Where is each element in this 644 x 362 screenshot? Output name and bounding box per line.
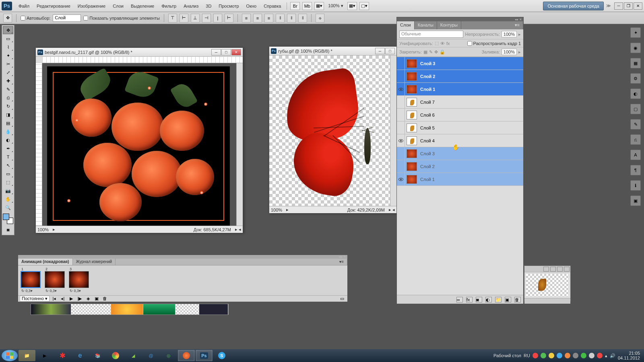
layer-row[interactable]: Слой 5: [397, 121, 523, 134]
lock-transparent-icon[interactable]: ▦: [423, 49, 427, 55]
language-indicator[interactable]: RU: [524, 353, 530, 358]
frame-thumbnail[interactable]: [21, 271, 41, 288]
distribute-bottom-icon[interactable]: ≡: [264, 14, 273, 23]
styles-panel-icon[interactable]: ⚙: [630, 73, 641, 84]
minimize-button[interactable]: ─: [614, 2, 623, 10]
desktop-label[interactable]: Рабочий стол: [493, 353, 521, 358]
layer-row[interactable]: Слой 3: [397, 147, 523, 160]
layer-name[interactable]: Слой 5: [420, 125, 435, 130]
layer-row[interactable]: Слой 6: [397, 109, 523, 121]
layer-name[interactable]: Слой 1: [420, 177, 435, 182]
layer-row[interactable]: Слой 4: [397, 134, 523, 147]
mini-icon-4[interactable]: [564, 267, 570, 272]
maximize-button[interactable]: ❐: [624, 2, 633, 10]
frame-delay[interactable]: ↻ 0,3▾: [69, 288, 91, 294]
document-window-2[interactable]: Ps губы.gif @ 100% (RGB/8) * ─ □ 100%: [269, 46, 397, 213]
doc2-scroll-v[interactable]: [390, 56, 396, 206]
doc2-titlebar[interactable]: Ps губы.gif @ 100% (RGB/8) * ─ □: [269, 47, 396, 56]
layer-name[interactable]: Слой 1: [420, 87, 435, 92]
panel-close-icon[interactable]: ✕: [343, 255, 346, 259]
tray-icon-4[interactable]: [557, 353, 562, 358]
task-skype[interactable]: S: [213, 350, 230, 361]
auto-align-icon[interactable]: ⎆: [316, 14, 324, 23]
workspace-selector[interactable]: Основная рабочая среда: [543, 2, 604, 10]
collapse-icon[interactable]: ◂◂: [515, 18, 518, 21]
new-layer-icon[interactable]: ▣: [505, 297, 511, 302]
link-layers-icon[interactable]: ∞: [456, 297, 463, 302]
delete-frame-button[interactable]: 🗑: [101, 296, 109, 301]
document-window-1[interactable]: Ps bestgif.narod.ru_2117.gif @ 100% (RGB…: [35, 47, 243, 232]
lasso-tool[interactable]: ⌇: [3, 43, 13, 51]
hand-tool[interactable]: ✋: [3, 195, 13, 203]
tween-button[interactable]: ◈: [85, 296, 92, 301]
frame-delay[interactable]: ↻ 0,3▾: [21, 288, 42, 294]
adjustment-layer-icon[interactable]: ◐: [485, 297, 492, 302]
mini-icon-3[interactable]: [557, 267, 563, 272]
layer-thumbnail[interactable]: [407, 162, 417, 171]
layer-name[interactable]: Слой 7: [420, 100, 435, 105]
prev-frame-button[interactable]: ◂|: [59, 296, 66, 301]
layer-visibility-toggle[interactable]: [397, 147, 405, 160]
layer-thumbnail[interactable]: [407, 111, 417, 119]
navigator-panel-icon[interactable]: ▣: [630, 195, 641, 206]
screen-mode-icon[interactable]: ▢▾: [359, 2, 369, 10]
propagate-frame-checkbox[interactable]: Распространить кадр 1: [467, 41, 521, 46]
lock-pixels-icon[interactable]: ✎: [429, 49, 433, 55]
tab-layers[interactable]: Слои: [397, 21, 415, 29]
layer-name[interactable]: Слой 4: [420, 138, 435, 143]
align-left-icon[interactable]: ⊣: [202, 14, 211, 23]
unify-position-icon[interactable]: ⬚: [435, 41, 439, 46]
tray-icon-1[interactable]: [533, 353, 538, 358]
eraser-tool[interactable]: ◨: [3, 111, 13, 119]
anim-collapse-bar[interactable]: ◂◂✕: [18, 255, 347, 259]
marquee-tool[interactable]: ▭: [3, 35, 13, 43]
task-photoshop[interactable]: Ps: [196, 350, 213, 361]
tray-icon-3[interactable]: [549, 353, 554, 358]
wand-tool[interactable]: ✦: [3, 51, 13, 60]
new-frame-button[interactable]: ▣: [93, 296, 100, 301]
eyedropper-tool[interactable]: ⤢: [3, 68, 13, 76]
pen-tool[interactable]: ✒: [3, 144, 13, 152]
view-extras-icon[interactable]: ▦▾: [314, 2, 324, 10]
align-right-icon[interactable]: ⊢: [225, 14, 233, 23]
tab-measurement-log[interactable]: Журнал измерений: [73, 259, 116, 265]
doc2-minimize-button[interactable]: ─: [375, 48, 385, 54]
info-panel-icon[interactable]: ℹ: [630, 180, 641, 191]
timeline-mode-button[interactable]: ▭: [339, 296, 346, 301]
move-tool[interactable]: ✥: [3, 26, 13, 34]
distribute-top-icon[interactable]: ≡: [242, 14, 251, 23]
layer-name[interactable]: Слой 2: [420, 164, 435, 169]
lock-all-icon[interactable]: 🔒: [440, 49, 445, 55]
layer-visibility-toggle[interactable]: [397, 134, 405, 147]
layer-visibility-toggle[interactable]: [397, 109, 405, 121]
animation-frame[interactable]: 3↻ 0,3▾: [69, 267, 91, 294]
tab-animation[interactable]: Анимация (покадровая): [18, 259, 73, 265]
tab-paths[interactable]: Контуры: [437, 21, 461, 29]
menu-image[interactable]: Изображение: [74, 2, 109, 10]
doc1-minimize-button[interactable]: ─: [211, 49, 221, 56]
layer-visibility-toggle[interactable]: [397, 83, 405, 96]
tray-icon-8[interactable]: [589, 353, 594, 358]
first-frame-button[interactable]: |◂: [51, 296, 58, 301]
close-button[interactable]: ✕: [634, 2, 642, 10]
panel-menu-icon[interactable]: ▾≡: [512, 21, 523, 29]
dodge-tool[interactable]: ◐: [3, 136, 13, 144]
doc1-titlebar[interactable]: Ps bestgif.narod.ru_2117.gif @ 100% (RGB…: [36, 48, 243, 57]
layer-visibility-toggle[interactable]: [397, 160, 405, 173]
play-button[interactable]: ▶: [68, 296, 75, 301]
distribute-left-icon[interactable]: ⫴: [276, 14, 285, 23]
distribute-vcenter-icon[interactable]: ≡: [253, 14, 262, 23]
panel-close-icon[interactable]: ✕: [519, 18, 522, 21]
autoselect-checkbox[interactable]: Автовыбор:: [21, 16, 50, 21]
brush-tool[interactable]: ✎: [3, 85, 13, 93]
autoselect-target[interactable]: Слой: [53, 14, 81, 22]
align-top-icon[interactable]: ⊤: [168, 14, 177, 23]
character-panel-icon[interactable]: A: [630, 150, 641, 160]
fill-field[interactable]: 100%: [502, 49, 517, 55]
layer-visibility-toggle[interactable]: [397, 96, 405, 109]
layer-visibility-toggle[interactable]: [397, 70, 405, 83]
frame-delay[interactable]: ↻ 0,3▾: [45, 288, 66, 294]
layer-row[interactable]: Слой 1: [397, 173, 523, 186]
layer-name[interactable]: Слой 3: [420, 61, 435, 66]
layer-thumbnail[interactable]: [407, 149, 417, 158]
